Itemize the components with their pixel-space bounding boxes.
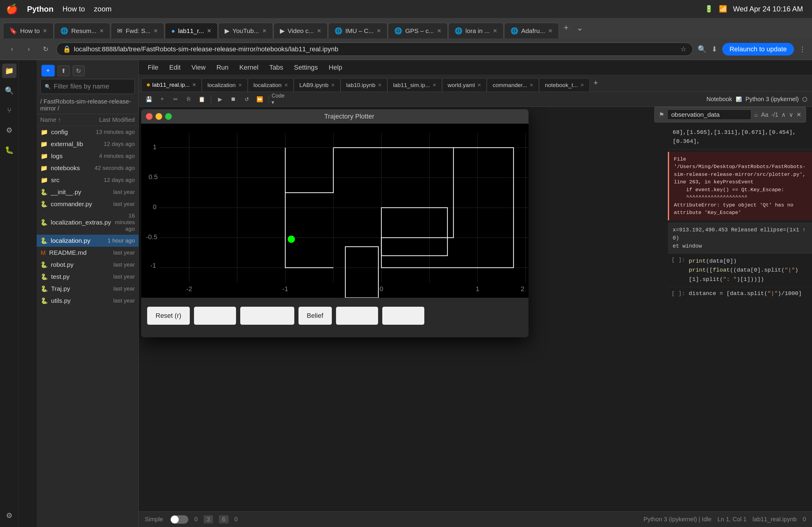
case-sensitive-icon[interactable]: Aa <box>761 111 768 118</box>
copy-button[interactable]: ⎘ <box>183 94 194 104</box>
run-all-button[interactable]: ⏩ <box>255 94 265 104</box>
kernel-name[interactable]: Python 3 (ipykernel) <box>745 96 799 103</box>
upload-button[interactable]: ⬆ <box>58 65 70 76</box>
tab-lora[interactable]: 🌐 lora in ... ✕ <box>448 23 504 39</box>
list-item[interactable]: 🐍 localization_extras.py 16 minutes ago <box>37 210 139 235</box>
tab-close[interactable]: ✕ <box>432 82 436 88</box>
traj-btn-5[interactable] <box>336 307 378 325</box>
tab-resume[interactable]: 🌐 Resum... ✕ <box>54 23 110 39</box>
list-item[interactable]: 🐍 commander.py last year <box>37 198 139 210</box>
file-search-box[interactable]: 🔍 Filter files by name <box>40 79 135 94</box>
menu-settings[interactable]: Settings <box>289 62 323 73</box>
save-button[interactable]: 💾 <box>144 94 154 104</box>
run-cell-button[interactable]: ▶ <box>215 94 226 104</box>
bookmark-icon[interactable]: ☆ <box>680 45 686 53</box>
find-input[interactable] <box>667 109 751 120</box>
refresh-button[interactable]: ↻ <box>73 65 85 76</box>
tab-how-to[interactable]: 🔖 How to ✕ <box>3 23 54 39</box>
filter-options-icon[interactable]: ⌕ <box>754 111 758 118</box>
list-item-selected[interactable]: 🐍 localization.py 1 hour ago <box>37 235 139 247</box>
tab-close[interactable]: ✕ <box>477 82 481 88</box>
extensions-icon[interactable]: ⚙ <box>2 123 16 137</box>
notebook-tab-lab11sim[interactable]: lab11_sim.ip... ✕ <box>387 78 442 92</box>
list-item[interactable]: M README.md last year <box>37 247 139 259</box>
list-item[interactable]: 🐍 __init__.py last year <box>37 186 139 198</box>
list-item[interactable]: 🐍 test.py last year <box>37 271 139 283</box>
refresh-button[interactable]: ↻ <box>40 43 52 55</box>
notebook-tab-lab9[interactable]: LAB9.ipynb ✕ <box>294 78 340 92</box>
tab-youtube[interactable]: ▶ YouTub... ✕ <box>218 23 273 39</box>
menu-edit[interactable]: Edit <box>164 62 185 73</box>
list-item[interactable]: 📁 external_lib 12 days ago <box>37 138 139 150</box>
menu-icon[interactable]: ⋮ <box>799 45 806 54</box>
downloads-icon[interactable]: ⬇ <box>711 45 717 54</box>
url-input[interactable]: 🔒 localhost:8888/lab/tree/FastRobots-sim… <box>56 43 693 56</box>
notebook-tab-lab11[interactable]: lab11_real.ip... ✕ <box>141 78 202 92</box>
interrupt-button[interactable]: ⏹ <box>228 94 239 104</box>
notebook-tab-localization2[interactable]: localization ✕ <box>248 78 294 92</box>
tab-close-imu[interactable]: ✕ <box>377 28 381 34</box>
new-launcher-button[interactable]: + <box>41 65 55 77</box>
find-prev-button[interactable]: ∧ <box>781 111 786 118</box>
notebook-tab-lab10[interactable]: lab10.ipynb ✕ <box>340 78 387 92</box>
window-close-button[interactable] <box>146 113 153 120</box>
add-tab-button[interactable]: + <box>590 78 601 87</box>
list-item[interactable]: 📁 src 12 days ago <box>37 174 139 186</box>
tab-close[interactable]: ✕ <box>530 82 533 88</box>
relaunch-button[interactable]: Relaunch to update <box>722 43 794 56</box>
cut-button[interactable]: ✂ <box>170 94 181 104</box>
tab-close[interactable]: ✕ <box>580 82 584 88</box>
files-icon[interactable]: 📁 <box>2 64 16 78</box>
menu-run[interactable]: Run <box>212 62 233 73</box>
search-icon[interactable]: 🔍 <box>698 45 707 54</box>
tab-fwd[interactable]: ✉ Fwd: S... ✕ <box>111 23 164 39</box>
close-find-button[interactable]: ✕ <box>796 111 801 118</box>
tab-close-how-to[interactable]: ✕ <box>43 28 47 34</box>
tab-close[interactable]: ✕ <box>238 82 242 88</box>
window-minimize-button[interactable] <box>156 113 162 120</box>
forward-button[interactable]: › <box>23 43 35 55</box>
cell-code[interactable]: distance = [data.split("|")/1000] <box>689 290 802 297</box>
menu-how-to[interactable]: How to <box>62 5 85 13</box>
traj-btn-3[interactable] <box>240 307 294 325</box>
cell-code[interactable]: print(data[0]) print([float((data[0].spl… <box>689 257 808 284</box>
settings-icon[interactable]: ⚙ <box>2 508 16 523</box>
modified-column-header[interactable]: Last Modified <box>75 117 135 123</box>
tab-close-gps[interactable]: ✕ <box>437 28 441 34</box>
tab-lab11[interactable]: ● lab11_r... ✕ <box>165 23 218 39</box>
menu-kernel[interactable]: Kernel <box>234 62 263 73</box>
tab-close[interactable]: ✕ <box>192 82 196 88</box>
tab-close-lab11[interactable]: ✕ <box>207 28 212 34</box>
tab-close-adafruit[interactable]: ✕ <box>548 28 553 34</box>
menu-tabs[interactable]: Tabs <box>264 62 288 73</box>
notebook-tab-notebook-t[interactable]: notebook_t... ✕ <box>539 78 590 92</box>
tab-close[interactable]: ✕ <box>378 82 382 88</box>
tab-close[interactable]: ✕ <box>331 82 335 88</box>
notebook-tab-world[interactable]: world.yaml ✕ <box>442 78 487 92</box>
menu-view[interactable]: View <box>187 62 210 73</box>
tab-close-youtube[interactable]: ✕ <box>262 28 267 34</box>
tab-close-fwd[interactable]: ✕ <box>154 28 158 34</box>
notebook-tab-commander[interactable]: commander... ✕ <box>487 78 539 92</box>
list-item[interactable]: 📁 notebooks 42 seconds ago <box>37 162 139 174</box>
list-item[interactable]: 📁 config 13 minutes ago <box>37 126 139 138</box>
tab-close-resume[interactable]: ✕ <box>99 28 104 34</box>
list-item[interactable]: 🐍 utils.py last year <box>37 295 139 307</box>
tab-list-button[interactable]: ⌄ <box>573 23 586 33</box>
simple-toggle[interactable] <box>170 515 188 524</box>
search-icon[interactable]: 🔍 <box>2 84 16 98</box>
paste-button[interactable]: 📋 <box>197 94 207 104</box>
traj-btn-2[interactable] <box>194 307 236 325</box>
traj-btn-6[interactable] <box>382 307 424 325</box>
menu-help[interactable]: Help <box>324 62 347 73</box>
tab-gps[interactable]: 🌐 GPS – c... ✕ <box>388 23 448 39</box>
apple-icon[interactable]: 🍎 <box>6 3 18 15</box>
git-icon[interactable]: ⑂ <box>2 103 16 118</box>
code-type[interactable]: Code ▾ <box>273 94 284 104</box>
list-item[interactable]: 🐍 robot.py last year <box>37 259 139 271</box>
notebook-label[interactable]: Notebook <box>707 96 733 103</box>
reset-button[interactable]: Reset (r) <box>147 307 190 325</box>
restart-button[interactable]: ↺ <box>241 94 252 104</box>
tab-adafruit[interactable]: 🌐 Adafru... ✕ <box>504 23 559 39</box>
tab-close-video[interactable]: ✕ <box>317 28 321 34</box>
